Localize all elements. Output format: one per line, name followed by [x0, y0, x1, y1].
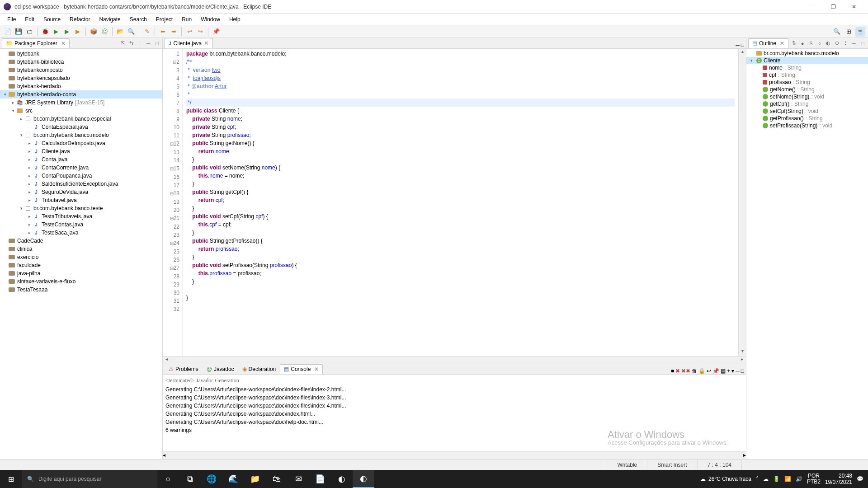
console-remove-icon[interactable]: ✖ [675, 368, 680, 374]
horizontal-scrollbar[interactable]: ◂▸ [163, 356, 746, 364]
tree-item[interactable]: TestaTesaaa [0, 286, 162, 294]
tree-item[interactable]: exercicio [0, 253, 162, 261]
java-perspective-icon[interactable]: ☕ [855, 27, 865, 37]
collapse-all-icon[interactable]: ⇱ [119, 40, 126, 47]
minimize-button[interactable]: ─ [802, 0, 823, 14]
code-editor[interactable]: 1⊟234567891011⊟121314⊟151617⊟181920⊟2122… [163, 49, 746, 356]
outline-hide-nonpublic-icon[interactable]: ○ [816, 40, 823, 47]
close-editor-icon[interactable]: ✕ [204, 40, 209, 47]
next-annotation-icon[interactable]: ➡ [169, 27, 179, 37]
tree-item[interactable]: ▸JTestaTributaveis.java [0, 212, 162, 221]
menu-edit[interactable]: Edit [20, 14, 39, 24]
package-tree[interactable]: bytebankbytebank-bibliotecabytebankcompo… [0, 49, 162, 459]
outline-item[interactable]: profissao : String [746, 79, 868, 86]
outline-item[interactable]: setProfissao(String) : void [746, 122, 868, 129]
console-menu-icon[interactable]: ▾ [731, 368, 734, 374]
maximize-button[interactable]: ❐ [823, 0, 844, 14]
save-icon[interactable]: 💾 [14, 27, 24, 37]
tree-item[interactable]: ▾br.com.bytebank.banco.modelo [0, 131, 162, 139]
console-clear-icon[interactable]: 🗑 [692, 368, 697, 374]
close-button[interactable]: ✕ [844, 0, 864, 14]
tree-item[interactable]: clinica [0, 245, 162, 253]
minimize-console-icon[interactable]: ─ [736, 368, 740, 374]
pin-icon[interactable]: 📌 [211, 27, 221, 37]
link-editor-icon[interactable]: ⇆ [127, 40, 135, 47]
minimize-view-icon[interactable]: ─ [145, 40, 152, 47]
maximize-view-icon[interactable]: □ [153, 40, 160, 47]
close-tab-icon[interactable]: ✕ [61, 40, 66, 47]
task-view-icon[interactable]: ⧉ [179, 470, 201, 488]
outline-hide-local-icon[interactable]: ◐ [825, 40, 832, 47]
mail-icon[interactable]: ✉ [288, 470, 309, 488]
weather-widget[interactable]: ☁ 26°C Chuva fraca [700, 476, 751, 482]
tree-item[interactable]: ▸JTesteContas.java [0, 221, 162, 229]
new-icon[interactable]: 📄 [3, 27, 13, 37]
outline-tab[interactable]: ▤ Outline ✕ [748, 38, 788, 48]
maximize-console-icon[interactable]: □ [741, 368, 744, 374]
view-menu-icon[interactable]: ⋮ [136, 40, 143, 47]
tree-item[interactable]: bytebankencapsulado [0, 74, 162, 82]
tree-item[interactable]: ▸JContaCorrente.java [0, 164, 162, 172]
minimize-outline-icon[interactable]: ─ [850, 40, 858, 47]
close-console-icon[interactable]: ✕ [314, 366, 319, 372]
forward-icon[interactable]: ↪ [195, 27, 205, 37]
tree-item[interactable]: ▸JSeguroDeVida.java [0, 188, 162, 196]
outline-focus-icon[interactable]: ⊙ [833, 40, 840, 47]
tree-item[interactable]: ▸JTesteSaca.java [0, 229, 162, 237]
notifications-icon[interactable]: 💬 [857, 476, 863, 482]
store-icon[interactable]: 🛍 [266, 470, 288, 488]
tree-item[interactable]: ▸br.com.bytebank.banco.especial [0, 115, 162, 123]
minimize-editor-icon[interactable]: ─ [736, 42, 740, 48]
tree-item[interactable]: ▸JConta.java [0, 155, 162, 164]
open-type-icon[interactable]: 📂 [115, 27, 125, 37]
edge-icon[interactable]: 🌊 [222, 470, 244, 488]
outline-item[interactable]: ▾CCliente [746, 57, 868, 64]
menu-run[interactable]: Run [177, 14, 196, 24]
save-all-icon[interactable]: 🗃 [24, 27, 34, 37]
console-open-icon[interactable]: ▤ [721, 368, 726, 374]
menu-search[interactable]: Search [125, 14, 151, 24]
eclipse1-icon[interactable]: ◐ [331, 470, 353, 488]
tree-item[interactable]: ▸JTributavel.java [0, 196, 162, 204]
eclipse2-icon[interactable]: ◐ [353, 470, 374, 488]
open-perspective-icon[interactable]: ⊞ [844, 27, 854, 37]
console-terminate-icon[interactable]: ■ [671, 368, 674, 374]
outline-item[interactable]: cpf : String [746, 71, 868, 79]
office-icon[interactable]: 📄 [309, 470, 331, 488]
outline-tree[interactable]: br.com.bytebank.banco.modelo▾CClientenom… [746, 49, 868, 459]
menu-refactor[interactable]: Refactor [65, 14, 94, 24]
tree-item[interactable]: ▾br.com.bytebank.banco.teste [0, 204, 162, 212]
outline-item[interactable]: nome : String [746, 64, 868, 71]
cortana-icon[interactable]: ○ [157, 470, 179, 488]
menu-help[interactable]: Help [225, 14, 245, 24]
battery-icon[interactable]: 🔋 [773, 476, 780, 482]
tree-item[interactable]: ▾bytebank-herdado-conta [0, 90, 162, 99]
tree-item[interactable]: bytebank-herdado [0, 82, 162, 90]
package-explorer-tab[interactable]: 📁 Package Explorer ✕ [2, 38, 70, 48]
menu-file[interactable]: File [3, 14, 20, 24]
console-remove-all-icon[interactable]: ✖✖ [681, 368, 690, 374]
chrome-icon[interactable]: 🌐 [201, 470, 222, 488]
tree-item[interactable]: bytebank [0, 50, 162, 58]
console-scroll-lock-icon[interactable]: 🔒 [698, 368, 705, 374]
toggle-mark-icon[interactable]: ✎ [142, 27, 152, 37]
outline-item[interactable]: getNome() : String [746, 86, 868, 93]
tab-javadoc[interactable]: @Javadoc [203, 364, 238, 374]
language-indicator[interactable]: PORPTB2 [807, 473, 821, 485]
tree-item[interactable]: sintaxe-variaveis-e-fluxo [0, 277, 162, 286]
outline-menu-icon[interactable]: ⋮ [842, 40, 849, 47]
run-last-icon[interactable]: ▶ [62, 27, 72, 37]
explorer-icon[interactable]: 📁 [244, 470, 266, 488]
tree-item[interactable]: CadeCade [0, 237, 162, 245]
console-scrollbar[interactable]: ◂▸ [163, 451, 746, 459]
new-package-icon[interactable]: 📦 [89, 27, 99, 37]
tree-item[interactable]: ▸JCalculadorDeImposto.java [0, 139, 162, 147]
new-class-icon[interactable]: Ⓒ [99, 27, 109, 37]
tree-item[interactable]: faculdade [0, 261, 162, 269]
outline-item[interactable]: setCpf(String) : void [746, 108, 868, 115]
menu-project[interactable]: Project [151, 14, 177, 24]
tree-item[interactable]: ▸JContaPoupanca.java [0, 172, 162, 180]
coverage-icon[interactable]: ▶ [73, 27, 83, 37]
console-view[interactable]: <terminated> Javadoc Generation Generati… [163, 375, 746, 451]
debug-icon[interactable]: 🐞 [40, 27, 50, 37]
